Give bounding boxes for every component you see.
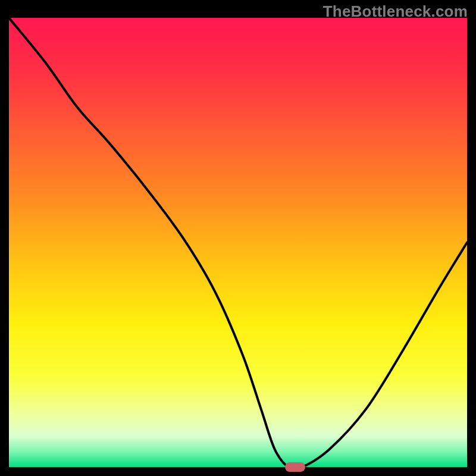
bottleneck-chart: [9, 18, 467, 467]
gradient-rect: [9, 18, 467, 467]
chart-frame: TheBottleneck.com: [0, 0, 476, 476]
optimal-marker: [285, 462, 305, 472]
